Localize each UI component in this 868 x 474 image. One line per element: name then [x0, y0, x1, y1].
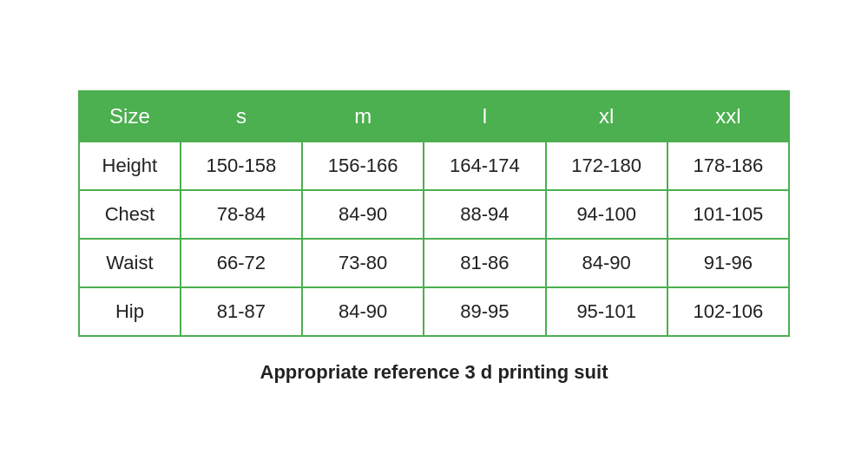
- table-row-chest: Chest 78-84 84-90 88-94 94-100 101-105: [79, 190, 789, 239]
- height-s: 150-158: [181, 142, 302, 190]
- table-header-row: Size s m l xl xxl: [79, 91, 789, 142]
- row-label-hip: Hip: [79, 287, 181, 336]
- col-header-xxl: xxl: [667, 91, 789, 142]
- col-header-l: l: [424, 91, 545, 142]
- table-row-waist: Waist 66-72 73-80 81-86 84-90 91-96: [79, 239, 789, 287]
- chest-xxl: 101-105: [667, 190, 789, 239]
- chest-s: 78-84: [181, 190, 302, 239]
- col-header-xl: xl: [546, 91, 667, 142]
- height-l: 164-174: [424, 142, 545, 190]
- row-label-chest: Chest: [79, 190, 181, 239]
- table-row-height: Height 150-158 156-166 164-174 172-180 1…: [79, 142, 789, 190]
- waist-xxl: 91-96: [667, 239, 789, 287]
- table-row-hip: Hip 81-87 84-90 89-95 95-101 102-106: [79, 287, 789, 336]
- hip-xxl: 102-106: [667, 287, 789, 336]
- hip-l: 89-95: [424, 287, 545, 336]
- waist-s: 66-72: [181, 239, 302, 287]
- height-xxl: 178-186: [667, 142, 789, 190]
- chest-l: 88-94: [424, 190, 545, 239]
- main-container: Size s m l xl xxl Height 150-158 156-166…: [78, 90, 790, 384]
- height-m: 156-166: [302, 142, 424, 190]
- waist-xl: 84-90: [546, 239, 667, 287]
- row-label-height: Height: [79, 142, 181, 190]
- waist-l: 81-86: [424, 239, 545, 287]
- size-chart-table: Size s m l xl xxl Height 150-158 156-166…: [78, 90, 790, 337]
- col-header-m: m: [302, 91, 424, 142]
- height-xl: 172-180: [546, 142, 667, 190]
- hip-m: 84-90: [302, 287, 424, 336]
- hip-s: 81-87: [181, 287, 302, 336]
- row-label-waist: Waist: [79, 239, 181, 287]
- chest-m: 84-90: [302, 190, 424, 239]
- waist-m: 73-80: [302, 239, 424, 287]
- footer-text: Appropriate reference 3 d printing suit: [260, 361, 608, 384]
- col-header-s: s: [181, 91, 302, 142]
- hip-xl: 95-101: [546, 287, 667, 336]
- chest-xl: 94-100: [546, 190, 667, 239]
- col-header-size: Size: [79, 91, 181, 142]
